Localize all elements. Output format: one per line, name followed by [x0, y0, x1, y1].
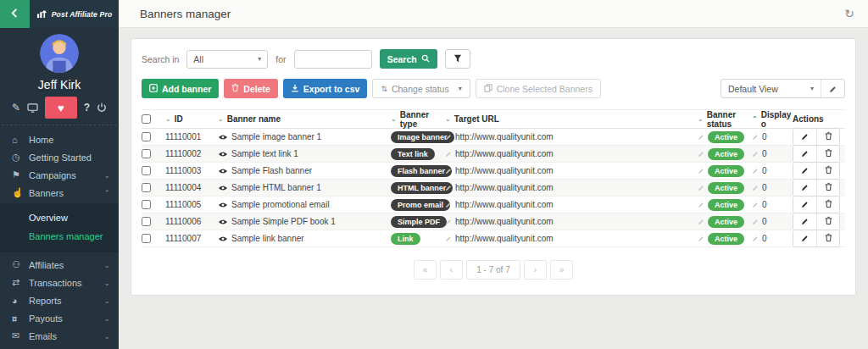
edit-display-icon[interactable]: [752, 151, 759, 158]
edit-status-icon[interactable]: [698, 185, 704, 191]
delete-button[interactable]: [816, 163, 839, 179]
row-checkbox[interactable]: [142, 132, 151, 141]
header-id[interactable]: ⌄ID: [165, 114, 218, 124]
row-checkbox[interactable]: [142, 149, 151, 158]
next-page-button[interactable]: ›: [524, 260, 547, 280]
sidebar-item-configuration[interactable]: ⚙ Configuration: [0, 345, 119, 349]
clone-selected-button[interactable]: Clone Selected Banners: [476, 79, 601, 98]
last-page-button[interactable]: »: [550, 260, 573, 280]
sidebar-item-affiliates[interactable]: ⚇ Affiliates ⌄: [0, 256, 119, 274]
pie-chart-icon: ◕: [12, 296, 29, 306]
eye-icon[interactable]: [218, 151, 228, 158]
edit-status-icon[interactable]: [698, 151, 704, 158]
plus-square-icon: [149, 84, 158, 94]
power-icon[interactable]: [97, 102, 107, 113]
delete-button[interactable]: [816, 129, 839, 145]
sidebar-item-campaigns[interactable]: ⚑ Campaigns ⌄: [0, 166, 119, 184]
heart-icon[interactable]: ♥: [45, 97, 77, 119]
delete-button[interactable]: [816, 213, 839, 230]
header-banner-name[interactable]: ⌄Banner name: [218, 114, 391, 124]
edit-status-icon[interactable]: [698, 134, 704, 141]
edit-url-icon[interactable]: [445, 185, 452, 191]
edit-status-icon[interactable]: [698, 235, 704, 242]
row-checkbox[interactable]: [142, 217, 151, 226]
edit-status-icon[interactable]: [698, 219, 704, 225]
edit-display-icon[interactable]: [752, 235, 759, 242]
header-display-order[interactable]: ⌃Display o: [752, 110, 793, 129]
main-area: Banners manager ↻ Search in All ▾ for Se…: [119, 0, 868, 349]
submenu-item-banners-manager[interactable]: Banners manager: [0, 227, 119, 246]
prev-page-button[interactable]: ‹: [440, 260, 463, 280]
delete-button[interactable]: [816, 230, 839, 247]
row-checkbox[interactable]: [142, 234, 151, 243]
edit-display-icon[interactable]: [752, 134, 759, 141]
delete-button[interactable]: [816, 180, 839, 196]
refresh-icon[interactable]: ↻: [844, 7, 854, 20]
delete-button[interactable]: Delete: [224, 79, 278, 98]
search-button[interactable]: Search: [380, 49, 437, 69]
filter-button[interactable]: [445, 49, 470, 69]
add-banner-button[interactable]: Add banner: [142, 79, 219, 98]
monitor-icon[interactable]: [27, 103, 38, 113]
edit-url-icon[interactable]: [445, 202, 452, 208]
delete-button[interactable]: [816, 197, 839, 213]
header-banner-type[interactable]: ⌄Banner type: [391, 110, 445, 129]
toolbar: Add banner Delete Export to csv ⇅ Ch: [142, 79, 845, 98]
change-status-label: Change status: [392, 84, 449, 94]
edit-status-icon[interactable]: [698, 168, 704, 174]
edit-display-icon[interactable]: [752, 202, 759, 208]
edit-button[interactable]: [793, 197, 816, 213]
edit-display-icon[interactable]: [752, 219, 759, 225]
sidebar-item-getting-started[interactable]: ◷ Getting Started: [0, 148, 119, 166]
search-scope-select[interactable]: All ▾: [186, 50, 268, 69]
edit-status-icon[interactable]: [698, 202, 704, 208]
header-target-url[interactable]: ⌄Target URL: [445, 114, 698, 124]
change-status-button[interactable]: ⇅ Change status ▾: [372, 79, 470, 98]
edit-button[interactable]: [793, 230, 816, 247]
app-logo[interactable]: Post Affiliate Pro: [30, 0, 119, 28]
eye-icon[interactable]: [218, 219, 228, 225]
eye-icon[interactable]: [218, 235, 228, 242]
collapse-sidebar-button[interactable]: [0, 0, 30, 28]
edit-display-icon[interactable]: [752, 185, 759, 191]
edit-button[interactable]: [793, 146, 816, 162]
edit-url-icon[interactable]: [445, 151, 452, 158]
help-icon[interactable]: ?: [84, 102, 90, 113]
search-input[interactable]: [294, 50, 372, 69]
row-checkbox[interactable]: [142, 183, 151, 192]
edit-button[interactable]: [793, 129, 816, 145]
sidebar-item-payouts[interactable]: ¤ Payouts ⌄: [0, 309, 119, 327]
edit-display-icon[interactable]: [752, 168, 759, 174]
edit-url-icon[interactable]: [445, 219, 452, 225]
first-page-button[interactable]: «: [414, 260, 437, 280]
sidebar-item-home[interactable]: ⌂ Home: [0, 130, 119, 148]
edit-button[interactable]: [793, 180, 816, 196]
edit-button[interactable]: [793, 163, 816, 179]
eye-icon[interactable]: [218, 202, 228, 208]
banner-type-badge: Link: [391, 233, 420, 245]
select-all-checkbox[interactable]: [142, 114, 151, 124]
sidebar-item-emails[interactable]: ✉ Emails ⌄: [0, 327, 119, 345]
sidebar-item-reports[interactable]: ◕ Reports ⌄: [0, 291, 119, 309]
edit-view-button[interactable]: [821, 80, 844, 97]
eye-icon[interactable]: [218, 134, 228, 141]
sidebar-item-banners[interactable]: ☝ Banners ⌃: [0, 184, 119, 202]
eye-icon[interactable]: [218, 185, 228, 191]
row-checkbox[interactable]: [142, 200, 151, 209]
submenu-item-overview[interactable]: Overview: [0, 208, 119, 227]
edit-url-icon[interactable]: [445, 134, 452, 141]
edit-profile-icon[interactable]: ✎: [12, 102, 20, 113]
export-csv-button[interactable]: Export to csv: [283, 79, 368, 98]
avatar[interactable]: [40, 34, 79, 73]
row-checkbox[interactable]: [142, 166, 151, 175]
search-icon: [421, 54, 430, 64]
bar-chart-arrow-icon: [36, 7, 47, 22]
edit-button[interactable]: [793, 213, 816, 230]
sidebar-item-transactions[interactable]: ⇄ Transactions ⌄: [0, 274, 119, 291]
header-banner-status[interactable]: ⌄Banner status: [698, 110, 752, 129]
delete-button[interactable]: [816, 146, 839, 162]
eye-icon[interactable]: [218, 168, 228, 174]
view-select[interactable]: Default View ▾: [721, 80, 821, 97]
edit-url-icon[interactable]: [445, 168, 452, 174]
edit-url-icon[interactable]: [445, 235, 452, 242]
